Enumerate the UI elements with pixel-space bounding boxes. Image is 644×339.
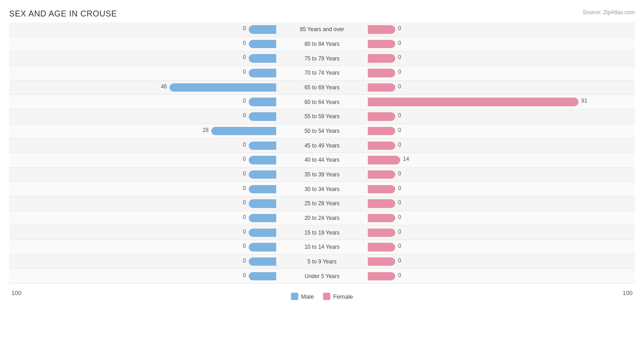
- right-side: 14: [368, 153, 635, 167]
- female-bar: 0: [368, 25, 395, 33]
- male-value: 0: [243, 142, 249, 148]
- right-side: 0: [368, 51, 635, 66]
- female-bar: 0: [368, 199, 395, 208]
- age-label: 45 to 49 Years: [276, 142, 368, 149]
- male-value: 0: [243, 272, 249, 279]
- age-label: 60 to 64 Years: [276, 99, 368, 105]
- male-bar: 0: [249, 257, 276, 266]
- female-value: 0: [395, 40, 401, 46]
- female-bar: 0: [368, 272, 395, 280]
- left-side: 0: [9, 182, 276, 196]
- left-side: 0: [9, 168, 276, 182]
- female-value: 0: [395, 199, 401, 206]
- right-side: 0: [368, 197, 635, 211]
- chart-area: 085 Years and over0080 to 84 Years0075 t…: [9, 22, 635, 302]
- left-side: 0: [9, 255, 276, 269]
- bar-row: 4665 to 69 Years0: [9, 81, 635, 95]
- female-value: 0: [395, 272, 401, 279]
- chart-title: SEX AND AGE IN CROUSE: [9, 9, 635, 19]
- age-label: 35 to 39 Years: [276, 171, 368, 178]
- male-bar: 0: [249, 272, 276, 280]
- bar-row: 025 to 29 Years0: [9, 197, 635, 211]
- right-side: 0: [368, 66, 635, 80]
- female-value: 0: [395, 257, 401, 264]
- legend-male: Male: [291, 293, 314, 300]
- male-value: 0: [243, 25, 249, 32]
- right-side: 0: [368, 168, 635, 182]
- left-side: 0: [9, 109, 276, 124]
- right-side: 0: [368, 211, 635, 225]
- source-label: Source: ZipAtlas.com: [583, 9, 635, 16]
- female-bar: 0: [368, 69, 395, 77]
- female-value: 0: [395, 25, 401, 32]
- female-bar: 0: [368, 243, 395, 251]
- bar-row: 030 to 34 Years0: [9, 182, 635, 197]
- bar-row: 035 to 39 Years0: [9, 168, 635, 182]
- bar-row: 020 to 24 Years0: [9, 211, 635, 226]
- male-bar: 0: [249, 214, 276, 222]
- female-bar: 0: [368, 185, 395, 193]
- female-value: 0: [395, 170, 401, 177]
- right-side: 0: [368, 182, 635, 196]
- female-value: 0: [395, 243, 401, 249]
- female-value: 0: [395, 54, 401, 60]
- age-label: 85 Years and over: [276, 26, 368, 33]
- female-value: 0: [395, 214, 401, 220]
- bars-wrapper: 085 Years and over0080 to 84 Years0075 t…: [9, 22, 635, 284]
- bar-row: 080 to 84 Years0: [9, 37, 635, 52]
- female-bar: 0: [368, 142, 395, 150]
- age-label: 50 to 54 Years: [276, 128, 368, 134]
- male-bar: 0: [249, 54, 276, 62]
- male-bar: 0: [249, 112, 276, 120]
- male-value: 0: [243, 214, 249, 220]
- right-side: 0: [368, 109, 635, 124]
- female-value: 0: [395, 83, 401, 90]
- legend-female: Female: [323, 293, 353, 300]
- chart-container: SEX AND AGE IN CROUSE Source: ZipAtlas.c…: [0, 0, 644, 339]
- legend-male-label: Male: [301, 293, 314, 300]
- age-label: 15 to 19 Years: [276, 230, 368, 236]
- male-bar: 0: [249, 185, 276, 193]
- left-side: 0: [9, 138, 276, 153]
- left-side: 0: [9, 51, 276, 66]
- left-side: 46: [9, 81, 276, 95]
- legend-male-box: [291, 293, 298, 300]
- right-side: 0: [368, 37, 635, 51]
- female-bar: 0: [368, 112, 395, 120]
- age-label: 5 to 9 Years: [276, 258, 368, 265]
- age-label: 65 to 69 Years: [276, 84, 368, 91]
- bar-row: 015 to 19 Years0: [9, 225, 635, 240]
- bar-row: 055 to 59 Years0: [9, 109, 635, 124]
- axis-right-label: 100: [622, 284, 635, 302]
- male-bar: 0: [249, 25, 276, 33]
- female-value: 0: [395, 127, 401, 133]
- left-side: 0: [9, 37, 276, 51]
- left-side: 0: [9, 211, 276, 225]
- right-side: 0: [368, 22, 635, 37]
- right-side: 0: [368, 138, 635, 153]
- right-side: 0: [368, 124, 635, 138]
- age-label: 40 to 44 Years: [276, 157, 368, 163]
- male-value: 0: [243, 199, 249, 206]
- male-bar: 0: [249, 199, 276, 208]
- female-bar: 0: [368, 257, 395, 266]
- female-bar: 0: [368, 214, 395, 222]
- bar-row: 045 to 49 Years0: [9, 138, 635, 153]
- legend: Male Female: [291, 293, 353, 300]
- female-value: 0: [395, 69, 401, 75]
- female-bar: 0: [368, 40, 395, 48]
- female-value: 14: [400, 156, 409, 162]
- left-side: 0: [9, 22, 276, 37]
- male-value: 0: [243, 170, 249, 177]
- female-bar: 91: [368, 98, 579, 106]
- age-label: 55 to 59 Years: [276, 113, 368, 120]
- female-bar: 0: [368, 127, 395, 135]
- female-value: 0: [395, 142, 401, 148]
- axis-left-label: 100: [9, 284, 22, 302]
- age-label: 30 to 34 Years: [276, 186, 368, 192]
- age-label: 10 to 14 Years: [276, 244, 368, 250]
- right-side: 0: [368, 225, 635, 240]
- right-side: 0: [368, 240, 635, 254]
- female-value: 0: [395, 185, 401, 191]
- male-bar: 0: [249, 243, 276, 251]
